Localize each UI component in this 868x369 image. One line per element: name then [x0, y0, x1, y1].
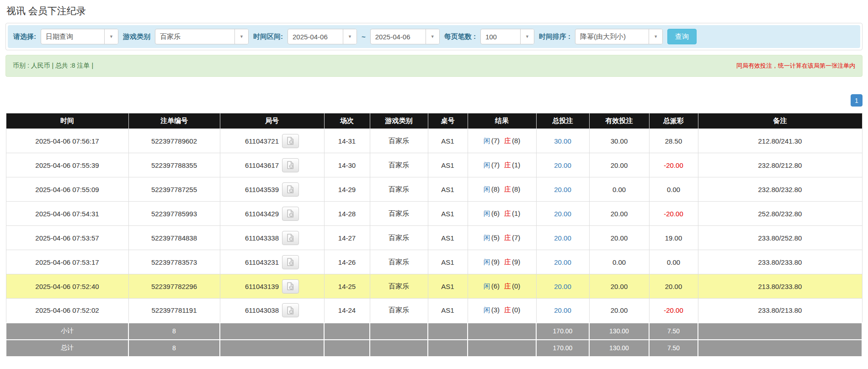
- round-cell: 611043539: [220, 177, 324, 202]
- game-type-cell: 百家乐: [370, 274, 428, 299]
- currency-total-text: 币别 : 人民币 | 总共 :8 注单 |: [13, 62, 93, 70]
- result-cell: 闲(7)庄(8): [468, 129, 536, 153]
- date-to-picker[interactable]: 2025-04-06 ▼: [370, 29, 440, 44]
- total-bet-link[interactable]: 30.00: [536, 129, 589, 153]
- video-replay-icon: [286, 209, 295, 218]
- round-id: 611043721: [245, 137, 279, 145]
- video-replay-button[interactable]: [282, 182, 299, 197]
- column-header: 有效投注: [589, 113, 649, 129]
- round-cell: 611043617: [220, 153, 324, 177]
- session-number: 14-26: [324, 250, 370, 274]
- column-header: 桌号: [428, 113, 468, 129]
- header-row: 时间注单编号局号场次游戏类别桌号结果总投注有效投注总派彩备注: [6, 113, 862, 129]
- video-replay-icon: [286, 136, 295, 145]
- banker-label: 庄: [504, 209, 511, 217]
- caret-down-icon[interactable]: ▼: [649, 29, 662, 44]
- round-cell: 611043721: [220, 129, 324, 153]
- payout-value: 0.00: [649, 177, 698, 202]
- game-type-select[interactable]: 百家乐 ▼: [155, 29, 249, 44]
- table-row: 2025-04-06 07:52:02 522397781191 6110430…: [6, 299, 862, 323]
- column-header: 备注: [698, 113, 862, 129]
- result-cell: 闲(6)庄(0): [468, 274, 536, 299]
- video-replay-icon: [286, 306, 295, 315]
- payout-value: -20.00: [649, 202, 698, 226]
- column-header: 游戏类别: [370, 113, 428, 129]
- payout-value: 0.00: [649, 250, 698, 274]
- page-size-label: 每页笔数 :: [444, 32, 476, 41]
- pagination-page-1[interactable]: 1: [851, 94, 863, 107]
- video-replay-button[interactable]: [282, 231, 299, 245]
- player-score: (3): [491, 306, 500, 314]
- time-sort-label: 时间排序 :: [539, 32, 570, 41]
- caret-down-icon[interactable]: ▼: [104, 29, 118, 44]
- total-bet-link[interactable]: 20.00: [536, 250, 589, 274]
- result-cell: 闲(6)庄(1): [468, 202, 536, 226]
- game-type-cell: 百家乐: [370, 153, 428, 177]
- select-type-label: 请选择:: [13, 32, 36, 41]
- page-title: 视讯 会员下注纪录: [6, 5, 862, 17]
- bet-id: 522397788355: [128, 153, 220, 177]
- caret-down-icon[interactable]: ▼: [343, 29, 357, 44]
- bet-time: 2025-04-06 07:53:57: [6, 226, 128, 250]
- banker-score: (0): [512, 282, 520, 290]
- subtotal-payout: 7.50: [649, 323, 698, 340]
- total-bet-link[interactable]: 20.00: [536, 299, 589, 323]
- valid-bet: 20.00: [589, 299, 649, 323]
- time-sort-select[interactable]: 降幂(由大到小) ▼: [575, 29, 663, 44]
- date-from-picker[interactable]: 2025-04-06 ▼: [288, 29, 357, 44]
- banker-score: (8): [512, 185, 520, 193]
- caret-down-icon[interactable]: ▼: [426, 29, 439, 44]
- valid-bet: 20.00: [589, 226, 649, 250]
- video-replay-button[interactable]: [282, 158, 299, 172]
- total-bet-link[interactable]: 20.00: [536, 226, 589, 250]
- total-payout: 7.50: [649, 340, 698, 357]
- session-number: 14-28: [324, 202, 370, 226]
- payout-value: -20.00: [649, 299, 698, 323]
- bet-id: 522397787255: [128, 177, 220, 202]
- subtotal-count: 8: [128, 323, 220, 340]
- bet-id: 522397789602: [128, 129, 220, 153]
- round-id: 611043617: [245, 161, 279, 169]
- total-bet-link[interactable]: 20.00: [536, 202, 589, 226]
- caret-down-icon[interactable]: ▼: [520, 29, 534, 44]
- table-number: AS1: [428, 274, 468, 299]
- game-type-value: 百家乐: [155, 29, 234, 44]
- payout-value: 28.50: [649, 129, 698, 153]
- table-row: 2025-04-06 07:52:40 522397782296 6110431…: [6, 274, 862, 299]
- total-bet-link[interactable]: 20.00: [536, 274, 589, 299]
- note-value: 233.80/213.80: [698, 299, 862, 323]
- banker-score: (1): [512, 209, 520, 217]
- subtotal-label: 小计: [6, 323, 128, 340]
- round-cell: 611043139: [220, 274, 324, 299]
- query-type-select[interactable]: 日期查询 ▼: [41, 29, 118, 44]
- result-cell: 闲(5)庄(7): [468, 226, 536, 250]
- query-button[interactable]: 查询: [667, 29, 697, 44]
- page-size-select[interactable]: 100 ▼: [480, 29, 534, 44]
- column-header: 场次: [324, 113, 370, 129]
- payout-value: -20.00: [649, 153, 698, 177]
- result-cell: 闲(9)庄(9): [468, 250, 536, 274]
- video-replay-button[interactable]: [282, 207, 299, 221]
- video-replay-button[interactable]: [282, 279, 299, 294]
- result-cell: 闲(7)庄(1): [468, 153, 536, 177]
- bet-id: 522397785993: [128, 202, 220, 226]
- banker-label: 庄: [504, 234, 511, 241]
- total-bet-link[interactable]: 20.00: [536, 153, 589, 177]
- caret-down-icon[interactable]: ▼: [234, 29, 248, 44]
- banker-score: (9): [512, 258, 520, 266]
- total-bet-link[interactable]: 20.00: [536, 177, 589, 202]
- bet-time: 2025-04-06 07:55:09: [6, 177, 128, 202]
- payout-value: 20.00: [649, 274, 698, 299]
- banker-label: 庄: [504, 161, 511, 169]
- bet-time: 2025-04-06 07:56:17: [6, 129, 128, 153]
- query-type-value: 日期查询: [41, 29, 104, 44]
- video-replay-button[interactable]: [282, 134, 299, 148]
- table-row: 2025-04-06 07:53:17 522397783573 6110432…: [6, 250, 862, 274]
- total-row: 总计 8 170.00 130.00 7.50: [6, 340, 862, 357]
- banker-score: (7): [512, 234, 520, 241]
- player-score: (6): [491, 209, 500, 217]
- table-number: AS1: [428, 299, 468, 323]
- video-replay-button[interactable]: [282, 303, 299, 317]
- table-row: 2025-04-06 07:56:17 522397789602 6110437…: [6, 129, 862, 153]
- video-replay-button[interactable]: [282, 255, 299, 269]
